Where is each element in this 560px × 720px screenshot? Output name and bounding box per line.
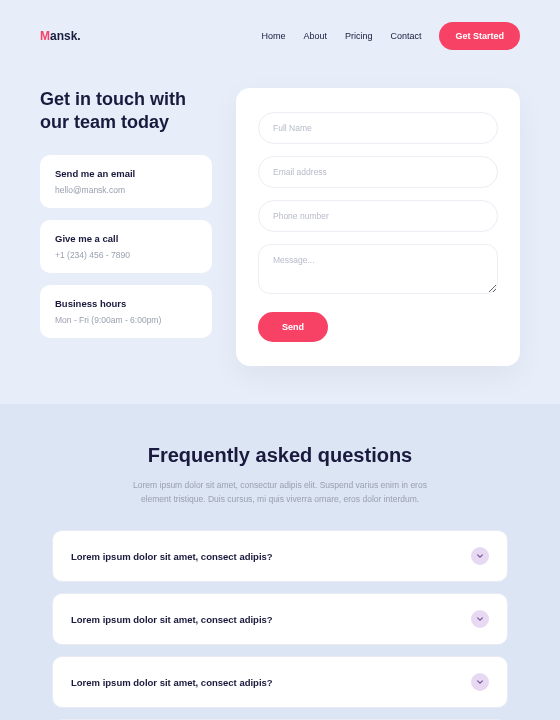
logo[interactable]: Mansk. [40,29,81,43]
brand-name: ansk. [50,29,81,43]
nav-pricing[interactable]: Pricing [345,31,373,41]
contact-form: Send [236,88,520,366]
phone-card-title: Give me a call [55,233,197,244]
nav: Home About Pricing Contact Get Started [261,22,520,50]
hours-card-text: Mon - Fri (9:00am - 6:00pm) [55,315,197,325]
faq-item[interactable]: Lorem ipsum dolor sit amet, consect adip… [52,593,508,645]
header: Mansk. Home About Pricing Contact Get St… [0,0,560,72]
email-card-text: hello@mansk.com [55,185,197,195]
email-input[interactable] [258,156,498,188]
nav-home[interactable]: Home [261,31,285,41]
faq-item[interactable]: Lorem ipsum dolor sit amet, consect adip… [52,656,508,708]
faq-question: Lorem ipsum dolor sit amet, consect adip… [71,551,273,562]
phone-card-text: +1 (234) 456 - 7890 [55,250,197,260]
page-title: Get in touch with our team today [40,88,212,135]
name-input[interactable] [258,112,498,144]
chevron-down-icon [471,610,489,628]
hours-card: Business hours Mon - Fri (9:00am - 6:00p… [40,285,212,338]
faq-question: Lorem ipsum dolor sit amet, consect adip… [71,677,273,688]
email-card: Send me an email hello@mansk.com [40,155,212,208]
nav-about[interactable]: About [303,31,327,41]
chevron-down-icon [471,547,489,565]
contact-left: Get in touch with our team today Send me… [40,88,212,366]
faq-item[interactable]: Lorem ipsum dolor sit amet, consect adip… [52,530,508,582]
faq-question: Lorem ipsum dolor sit amet, consect adip… [71,614,273,625]
faq-desc: Lorem ipsum dolor sit amet, consectur ad… [130,479,430,506]
nav-contact[interactable]: Contact [390,31,421,41]
send-button[interactable]: Send [258,312,328,342]
faq-title: Frequently asked questions [52,444,508,467]
faq-section: Frequently asked questions Lorem ipsum d… [0,404,560,720]
chevron-down-icon [471,673,489,691]
phone-input[interactable] [258,200,498,232]
message-input[interactable] [258,244,498,294]
phone-card: Give me a call +1 (234) 456 - 7890 [40,220,212,273]
get-started-button[interactable]: Get Started [439,22,520,50]
hours-card-title: Business hours [55,298,197,309]
contact-section: Get in touch with our team today Send me… [0,72,560,404]
email-card-title: Send me an email [55,168,197,179]
